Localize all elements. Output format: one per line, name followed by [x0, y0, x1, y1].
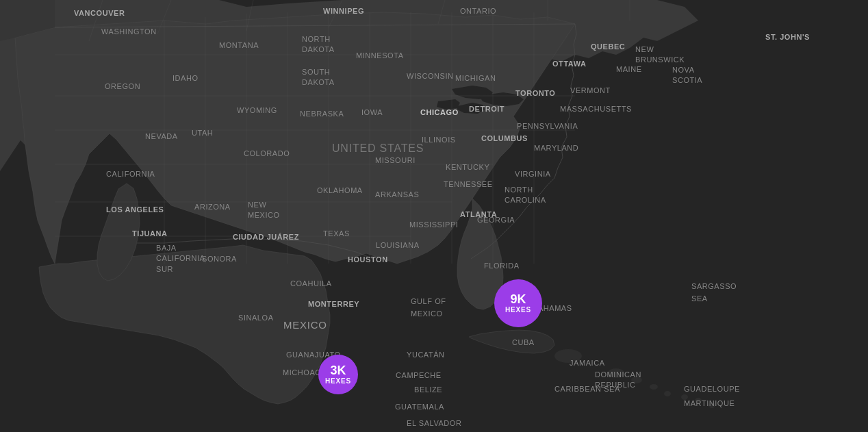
svg-point-3	[631, 377, 642, 383]
bubble-9k-label: HEXES	[505, 306, 531, 314]
svg-point-8	[709, 403, 715, 408]
svg-point-1	[554, 349, 582, 363]
bubble-3k[interactable]: 3K HEXES	[318, 355, 358, 394]
bubble-9k[interactable]: 9K HEXES	[494, 279, 542, 327]
svg-point-2	[608, 368, 624, 378]
svg-point-6	[681, 394, 688, 400]
map-container: WASHINGTON OREGON CALIFORNIA NEVADA IDAH…	[0, 0, 868, 432]
svg-point-4	[650, 384, 658, 390]
svg-point-7	[695, 398, 702, 403]
bubble-9k-count: 9K	[510, 293, 526, 307]
svg-point-5	[664, 391, 671, 396]
bubble-3k-count: 3K	[330, 364, 346, 378]
map-svg	[0, 0, 868, 432]
bubble-3k-label: HEXES	[325, 377, 351, 385]
